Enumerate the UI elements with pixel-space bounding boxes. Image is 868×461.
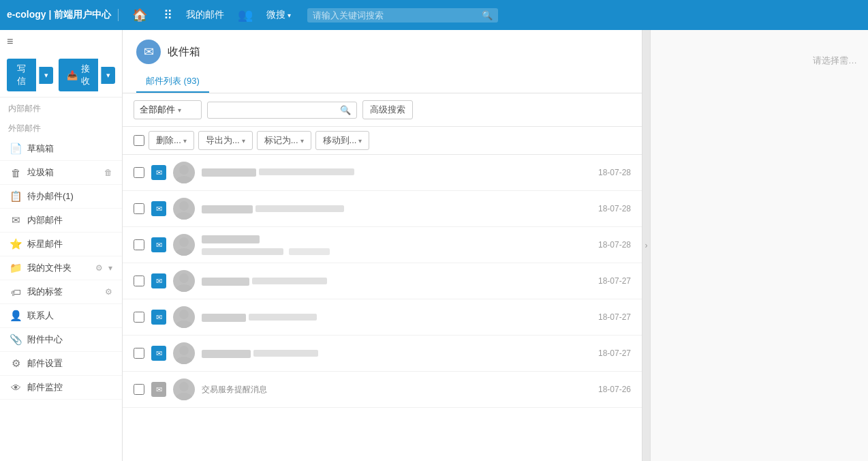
sidebar: ≡ 写信 ▾ 📥 接收 ▾ 内部邮件 外部邮件 📄 草稿箱 🗑 垃圾箱 🗑 📋 … xyxy=(0,30,123,461)
check-all-checkbox[interactable] xyxy=(134,135,144,146)
svg-point-7 xyxy=(176,284,192,292)
grid-icon[interactable]: ⠿ xyxy=(161,8,175,23)
svg-point-8 xyxy=(179,310,189,319)
filter-select[interactable]: 全部邮件 ▾ xyxy=(134,100,202,119)
mail-row[interactable]: ✉ 18-07-27 xyxy=(123,336,642,372)
delete-label: 删除... xyxy=(156,134,181,147)
svg-point-11 xyxy=(176,357,192,364)
write-button[interactable]: 写信 xyxy=(7,59,36,91)
folder-gear-icon[interactable]: ⚙ xyxy=(95,263,103,273)
receive-label: 接收 xyxy=(80,63,90,87)
contacts-label: 联系人 xyxy=(27,310,112,322)
pending-icon: 📋 xyxy=(10,190,22,203)
mail-unread-icon: ✉ xyxy=(151,273,166,288)
mail-list: ✉ 18-07-28 ✉ xyxy=(123,155,642,461)
advanced-search-button[interactable]: 高级搜索 xyxy=(362,100,413,119)
sidebar-item-starred[interactable]: ⭐ 标星邮件 xyxy=(0,233,122,256)
mark-button[interactable]: 标记为... ▾ xyxy=(257,131,311,150)
mail-unread-icon: ✉ xyxy=(151,165,166,180)
avatar xyxy=(173,378,195,400)
avatar xyxy=(173,234,195,256)
tab-mail-list[interactable]: 邮件列表 (93) xyxy=(136,71,209,93)
weisou-arrow-icon[interactable]: ▾ xyxy=(288,12,291,19)
receive-arrow-button[interactable]: ▾ xyxy=(101,67,115,84)
sidebar-item-trash[interactable]: 🗑 垃圾箱 🗑 xyxy=(0,161,122,185)
export-label: 导出为... xyxy=(206,134,240,147)
move-label: 移动到... xyxy=(323,134,357,147)
avatar xyxy=(173,198,195,220)
mail-row[interactable]: ✉ 交易服务提醒消息 18-07-26 xyxy=(123,372,642,408)
mail-row[interactable]: ✉ 18-07-27 xyxy=(123,263,642,299)
mail-subject xyxy=(253,350,318,357)
mail-row[interactable]: ✉ 18-07-28 xyxy=(123,227,642,263)
settings-label: 邮件设置 xyxy=(27,357,112,370)
move-arrow-icon: ▾ xyxy=(358,137,362,145)
mail-sender xyxy=(202,168,256,177)
mail-sender xyxy=(202,235,260,243)
mail-unread-icon: ✉ xyxy=(151,201,166,216)
mail-row[interactable]: ✉ 18-07-28 xyxy=(123,155,642,191)
export-button[interactable]: 导出为... ▾ xyxy=(198,131,253,150)
row-checkbox[interactable] xyxy=(134,239,144,250)
attachment-icon: 📎 xyxy=(10,333,22,346)
inbox-icon: ✉ xyxy=(136,40,161,64)
row-checkbox[interactable] xyxy=(134,203,144,214)
top-search-input[interactable] xyxy=(313,10,478,20)
mail-date: 18-07-28 xyxy=(598,168,631,177)
draft-icon: 📄 xyxy=(10,143,22,155)
top-search-icon[interactable]: 🔍 xyxy=(482,10,493,20)
svg-point-1 xyxy=(176,176,192,183)
sidebar-item-internal[interactable]: ✉ 内部邮件 xyxy=(0,209,122,233)
home-icon[interactable]: 🏠 xyxy=(129,8,150,23)
hamburger-icon[interactable]: ≡ xyxy=(0,30,122,53)
mail-content xyxy=(202,203,591,215)
label-gear-icon[interactable]: ⚙ xyxy=(105,287,112,297)
row-checkbox[interactable] xyxy=(134,384,144,395)
row-checkbox[interactable] xyxy=(134,348,144,359)
mail-row[interactable]: ✉ 18-07-28 xyxy=(123,191,642,227)
filter-arrow-icon: ▾ xyxy=(178,106,181,114)
sidebar-item-settings[interactable]: ⚙ 邮件设置 xyxy=(0,352,122,376)
folder-expand-icon[interactable]: ▾ xyxy=(108,263,112,273)
row-checkbox[interactable] xyxy=(134,312,144,323)
avatar xyxy=(173,270,195,292)
mail-search-icon[interactable]: 🔍 xyxy=(340,105,351,115)
mail-date: 18-07-27 xyxy=(598,348,631,358)
mail-content xyxy=(202,166,591,179)
mail-row[interactable]: ✉ 18-07-27 xyxy=(123,299,642,336)
my-mail-label[interactable]: 我的邮件 xyxy=(186,9,224,21)
row-checkbox[interactable] xyxy=(134,167,144,178)
receive-button[interactable]: 📥 接收 xyxy=(59,59,98,91)
main-content: ✉ 收件箱 邮件列表 (93) 全部邮件 ▾ 🔍 高级搜索 删除... xyxy=(123,30,642,461)
sidebar-item-contacts[interactable]: 👤 联系人 xyxy=(0,304,122,328)
sidebar-actions: 写信 ▾ 📥 接收 ▾ xyxy=(0,53,122,98)
people-icon[interactable]: 👥 xyxy=(235,8,255,23)
mark-arrow-icon: ▾ xyxy=(300,137,304,145)
sidebar-item-mylabels[interactable]: 🏷 我的标签 ⚙ xyxy=(0,280,122,304)
folder-icon: 📁 xyxy=(10,262,22,274)
mail-subject: 交易服务提醒消息 xyxy=(202,384,591,396)
mail-search-input[interactable] xyxy=(213,105,337,115)
move-button[interactable]: 移动到... ▾ xyxy=(315,131,370,150)
mail-content xyxy=(202,275,591,288)
sidebar-item-draft[interactable]: 📄 草稿箱 xyxy=(0,137,122,161)
mail-sender xyxy=(202,314,246,322)
filter-selected-value: 全部邮件 xyxy=(140,104,175,116)
sidebar-item-monitor[interactable]: 👁 邮件监控 xyxy=(0,376,122,400)
sidebar-item-pending[interactable]: 📋 待办邮件(1) xyxy=(0,185,122,209)
write-arrow-button[interactable]: ▾ xyxy=(39,67,53,84)
sidebar-item-attachments[interactable]: 📎 附件中心 xyxy=(0,328,122,352)
internal-icon: ✉ xyxy=(10,214,22,226)
avatar xyxy=(173,306,195,328)
row-checkbox[interactable] xyxy=(134,276,144,286)
mail-subject xyxy=(202,248,283,255)
mail-sender xyxy=(202,350,251,358)
trash-action-icon[interactable]: 🗑 xyxy=(104,168,112,177)
sidebar-item-myfolders[interactable]: 📁 我的文件夹 ⚙ ▾ xyxy=(0,256,122,280)
svg-point-10 xyxy=(179,346,189,355)
contacts-icon: 👤 xyxy=(10,310,22,322)
draft-label: 草稿箱 xyxy=(27,143,112,155)
delete-button[interactable]: 删除... ▾ xyxy=(149,131,194,150)
weisou-label[interactable]: 微搜 ▾ xyxy=(266,9,291,21)
right-scroll-indicator[interactable]: › xyxy=(642,30,650,461)
